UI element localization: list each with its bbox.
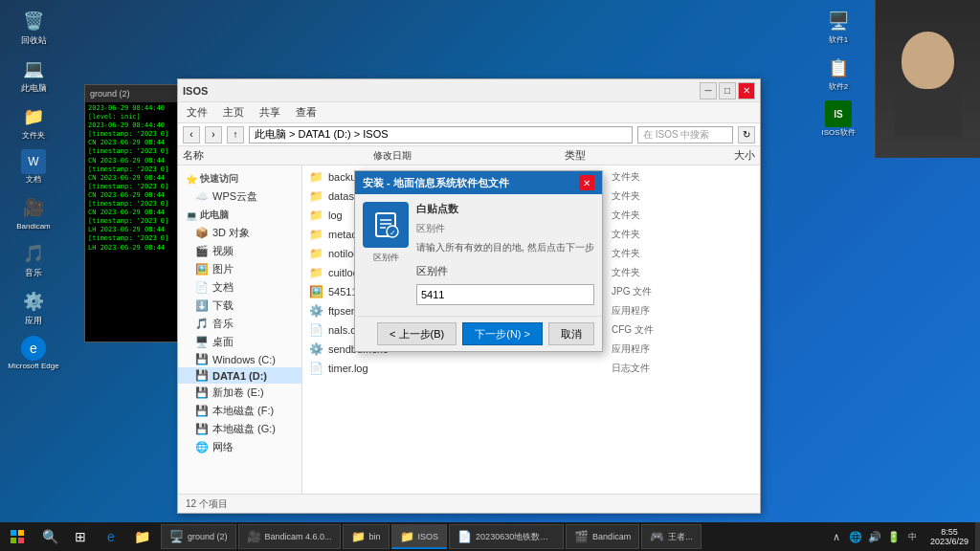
sidebar-item-e[interactable]: 💾 新加卷 (E:) [178, 384, 301, 402]
sidebar-item-g[interactable]: 💾 本地磁盘 (G:) [178, 420, 301, 438]
explorer-maximize-btn[interactable]: □ [719, 82, 736, 99]
folder-icon: 📁 [309, 170, 324, 184]
desktop-icon-music[interactable]: 🎵 音乐 [5, 237, 62, 281]
taskbar-app-game[interactable]: 🎮 王者... [641, 524, 702, 549]
tray-language-icon[interactable]: 中 [905, 529, 921, 544]
desktop-icon-pc[interactable]: 💻 此电脑 [5, 53, 62, 97]
col-name-header[interactable]: 名称 [183, 148, 373, 163]
sidebar-item-docs[interactable]: 📄 文档 [178, 278, 301, 297]
dialog-next-btn[interactable]: 下一步(N) > [462, 322, 543, 345]
sidebar-label: 网络 [212, 440, 234, 454]
dialog-input-field[interactable] [416, 284, 594, 305]
desktop-icon-word[interactable]: W 文档 [5, 146, 62, 187]
taskbar-search-icon[interactable]: 🔍 [34, 522, 65, 551]
status-bar: 12 个项目 [178, 494, 760, 513]
app-label: ground (2) [188, 532, 228, 541]
svg-rect-9 [18, 538, 24, 543]
sidebar-item-network[interactable]: 🌐 网络 [178, 438, 301, 456]
file-row[interactable]: 📄 timer.log 日志文件 [304, 359, 758, 378]
start-button[interactable] [0, 522, 34, 551]
pictures-icon: 🖼️ [195, 263, 209, 276]
nav-up-btn[interactable]: ↑ [227, 126, 244, 143]
show-desktop-btn[interactable] [975, 522, 980, 551]
sidebar-item-pictures[interactable]: 🖼️ 图片 [178, 260, 301, 278]
folder-icon: 📁 [309, 266, 324, 279]
desktop-icon-r2[interactable]: 📋 软件2 [810, 52, 867, 95]
address-path[interactable]: 此电脑 > DATA1 (D:) > ISOS [249, 126, 633, 143]
3d-icon: 📦 [195, 227, 209, 239]
file-type: 文件夹 [612, 209, 706, 222]
desktop-icon-app[interactable]: ⚙️ 应用 [5, 285, 62, 329]
face-silhouette [895, 22, 962, 137]
dialog-content: 白贴点数 区别件 请输入所有有效的目的地, 然后点击下一步 区别件 [416, 202, 594, 308]
nav-refresh-btn[interactable]: ↻ [738, 126, 755, 143]
explorer-toolbar: 文件 主页 共享 查看 [178, 102, 760, 123]
sidebar-item-video[interactable]: 🎬 视频 [178, 242, 301, 260]
tray-sound-icon[interactable]: 🔊 [867, 529, 882, 544]
taskbar-app-bin[interactable]: 📁 bin [343, 524, 390, 549]
taskbar-edge-icon[interactable]: e [96, 522, 126, 551]
taskbar-app-bandicam2[interactable]: 🎬 Bandicam [566, 524, 639, 549]
desktop-icon-label: 文档 [26, 175, 41, 185]
taskbar-app-ground[interactable]: 🖥️ ground (2) [161, 524, 236, 549]
isos-icon: IS [825, 100, 852, 127]
desktop-icon-r1[interactable]: 🖥️ 软件1 [810, 5, 867, 48]
disk-icon: 💾 [195, 386, 209, 399]
taskbar-explorer-icon[interactable]: 📁 [126, 522, 157, 551]
sidebar-item-c[interactable]: 💾 Windows (C:) [178, 351, 301, 367]
dialog-big-icon: ✓ [363, 202, 409, 248]
dialog-description: 请输入所有有效的目的地, 然后点击下一步 [416, 241, 594, 254]
sidebar-item-wps[interactable]: ☁️ WPS云盘 [178, 187, 301, 206]
toolbar-share-btn[interactable]: 共享 [256, 104, 284, 121]
toolbar-file-btn[interactable]: 文件 [183, 104, 212, 121]
dialog-close-btn[interactable]: ✕ [579, 175, 594, 190]
desktop-icon-label: 应用 [25, 316, 42, 326]
explorer-close-btn[interactable]: ✕ [738, 82, 755, 99]
dialog-back-btn[interactable]: < 上一步(B) [377, 322, 457, 345]
sidebar-item-downloads[interactable]: ⬇️ 下载 [178, 297, 301, 315]
taskbar-clock[interactable]: 8:55 2023/6/29 [925, 522, 973, 551]
explorer-minimize-btn[interactable]: ─ [700, 82, 717, 99]
col-date-header[interactable]: 修改日期 [373, 149, 564, 163]
music-icon: 🎵 [20, 240, 47, 267]
tray-battery-icon[interactable]: 🔋 [886, 529, 902, 544]
clock-date: 2023/6/29 [930, 537, 969, 546]
toolbar-home-btn[interactable]: 主页 [219, 104, 248, 121]
desktop-icon-recycle[interactable]: 🗑️ 回收站 [5, 5, 62, 49]
app-icon: 🎮 [650, 530, 664, 543]
desktop-icon-label: 软件2 [829, 82, 848, 92]
nav-forward-btn[interactable]: › [205, 126, 222, 143]
sidebar-item-music[interactable]: 🎵 音乐 [178, 315, 301, 333]
sidebar-item-f[interactable]: 💾 本地磁盘 (F:) [178, 402, 301, 420]
quickaccess-icon: ⭐ [186, 174, 197, 185]
taskbar-taskview-icon[interactable]: ⊞ [65, 522, 96, 551]
tray-network-icon[interactable]: 🌐 [848, 529, 863, 544]
search-box[interactable]: 在 ISOS 中搜索 [637, 126, 733, 143]
exe-file-icon: ⚙️ [309, 342, 324, 356]
sidebar-item-d[interactable]: 💾 DATA1 (D:) [178, 367, 301, 384]
file-type: CFG 文件 [612, 323, 706, 337]
col-type-header[interactable]: 类型 [565, 148, 692, 163]
toolbar-view-btn[interactable]: 查看 [292, 104, 321, 121]
dialog-cancel-btn[interactable]: 取消 [548, 322, 594, 345]
nav-back-btn[interactable]: ‹ [183, 126, 200, 143]
clock-time: 8:55 [941, 527, 958, 537]
app-icon: 🎬 [574, 530, 589, 543]
desktop-icon-folder[interactable]: 📁 文件夹 [5, 100, 62, 143]
app-label: bin [369, 532, 381, 541]
explorer-titlebar: ISOS ─ □ ✕ [178, 79, 760, 102]
taskbar-app-bandicam[interactable]: 🎥 Bandicam 4.6.0... [238, 524, 341, 549]
folder-icon: 📁 [309, 247, 324, 260]
sidebar-item-3d[interactable]: 📦 3D 对象 [178, 224, 301, 242]
tray-chevron-icon[interactable]: ∧ [829, 529, 844, 544]
taskbar-app-isos[interactable]: 📁 ISOS [391, 524, 448, 549]
col-size-header[interactable]: 大小 [692, 148, 755, 163]
desktop-icon-edge[interactable]: e Microsoft Edge [5, 333, 62, 374]
thispc-label: 此电脑 [200, 209, 229, 222]
desktop-icon-bandicam[interactable]: 🎥 Bandicam [5, 191, 62, 234]
taskbar-app-data[interactable]: 📄 20230630地铁数据... [449, 524, 564, 549]
sidebar-item-desktop[interactable]: 🖥️ 桌面 [178, 333, 301, 351]
word-icon: W [21, 149, 46, 174]
app-icon: 🎥 [247, 530, 261, 543]
desktop-icon-isos[interactable]: IS ISOS软件 [810, 98, 867, 141]
